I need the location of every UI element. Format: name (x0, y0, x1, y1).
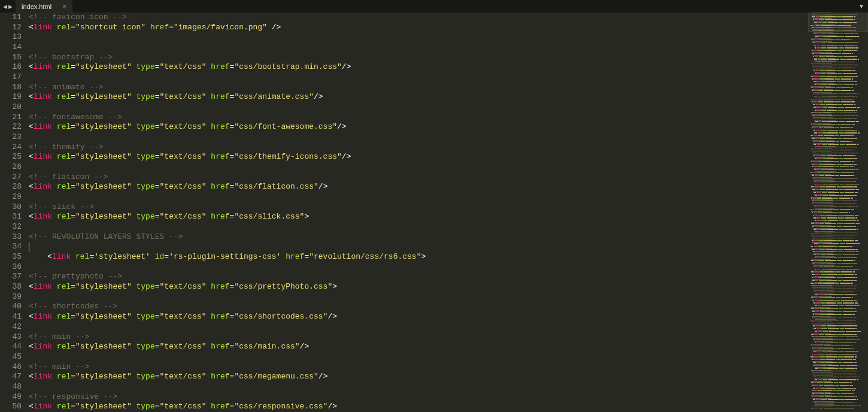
token-pun: > (332, 282, 337, 291)
token-str: "text/css" (160, 372, 207, 381)
code-line[interactable] (29, 292, 808, 302)
token-attr: rel (57, 402, 71, 411)
minimap-line (810, 305, 868, 306)
code-line[interactable]: <link rel="stylesheet" type="text/css" h… (29, 152, 808, 162)
code-line[interactable]: <!-- prettyphoto --> (29, 272, 808, 282)
token-pun: = (164, 252, 169, 261)
token-str: "css/shortcodes.css" (234, 312, 327, 321)
line-number: 18 (0, 83, 22, 93)
token-pun: /> (267, 23, 281, 32)
minimap[interactable] (808, 13, 868, 412)
code-line[interactable]: <link rel="stylesheet" type="text/css" h… (29, 312, 808, 322)
token-str: "revolution/css/rs6.css" (309, 252, 421, 261)
token-attr: type (136, 182, 155, 191)
code-line[interactable]: <link rel="stylesheet" type="text/css" h… (29, 182, 808, 192)
code-line[interactable]: <!-- slick --> (29, 202, 808, 213)
line-number: 22 (0, 122, 22, 132)
token-pun: /> (300, 342, 309, 351)
token-str: 'stylesheet' (94, 252, 150, 261)
code-line[interactable]: <!-- bootstrap --> (29, 53, 808, 63)
code-line[interactable] (29, 262, 808, 272)
code-line[interactable]: <!-- fontawesome --> (29, 113, 808, 123)
token-attr: type (136, 92, 155, 101)
code-line[interactable]: <!-- shortcodes --> (29, 302, 808, 312)
token-pun: < (29, 23, 34, 32)
token-pun: = (155, 342, 160, 351)
token-str: "stylesheet" (75, 282, 132, 291)
code-line[interactable]: <link rel="stylesheet" type="text/css" h… (29, 402, 808, 412)
code-line[interactable]: <!-- flaticon --> (29, 172, 808, 183)
token-pun: = (71, 212, 75, 221)
tab-overflow-dropdown-icon[interactable]: ▼ (855, 0, 868, 13)
nav-back-icon[interactable]: ◀ (3, 4, 7, 10)
code-line[interactable]: <link rel="stylesheet" type="text/css" h… (29, 212, 808, 222)
token-str: "text/css" (160, 342, 207, 351)
token-str: "text/css" (160, 152, 207, 161)
code-line[interactable]: <link rel="stylesheet" type="text/css" h… (29, 62, 808, 72)
token-attr: type (136, 312, 155, 321)
tab-index-html[interactable]: index.html × (16, 0, 73, 13)
line-number: 33 (0, 232, 22, 243)
token-pun: > (304, 212, 309, 221)
code-line[interactable] (29, 352, 808, 362)
code-line[interactable]: <link rel="stylesheet" type="text/css" h… (29, 92, 808, 102)
code-line[interactable] (29, 162, 808, 172)
code-line[interactable]: <link rel="stylesheet" type="text/css" h… (29, 372, 808, 382)
code-line[interactable]: <link rel='stylesheet' id='rs-plugin-set… (29, 252, 808, 262)
token-pun: = (155, 312, 160, 321)
code-line[interactable]: <!-- responsive --> (29, 392, 808, 402)
code-line[interactable]: <!-- favicon icon --> (29, 13, 808, 23)
code-line[interactable]: <link rel="stylesheet" type="text/css" h… (29, 282, 808, 292)
code-line[interactable] (29, 322, 808, 332)
code-line[interactable]: <link rel="stylesheet" type="text/css" h… (29, 342, 808, 352)
token-attr: href (211, 212, 229, 221)
code-line[interactable] (29, 222, 808, 232)
token-str: "images/favicon.png" (174, 23, 267, 32)
code-line[interactable]: <!-- animate --> (29, 83, 808, 93)
token-cmt: <!-- responsive --> (29, 392, 117, 401)
code-line[interactable] (29, 242, 808, 252)
line-number: 41 (0, 312, 22, 322)
token-pun (52, 402, 57, 411)
token-str: "text/css" (160, 212, 207, 221)
code-line[interactable] (29, 382, 808, 392)
editor: 1112131415161718192021222324252627282930… (0, 13, 868, 412)
token-pun (52, 312, 57, 321)
token-pun (132, 212, 136, 221)
token-str: "stylesheet" (75, 182, 132, 191)
token-pun: = (155, 152, 160, 161)
token-attr: rel (57, 122, 71, 131)
code-line[interactable]: <link rel="stylesheet" type="text/css" h… (29, 122, 808, 132)
token-str: "css/themify-icons.css" (234, 152, 341, 161)
token-pun (52, 342, 57, 351)
token-attr: href (211, 372, 229, 381)
token-attr: rel (57, 372, 71, 381)
token-attr: type (136, 122, 155, 131)
token-pun (52, 182, 57, 191)
token-attr: rel (57, 312, 71, 321)
line-number: 45 (0, 352, 22, 362)
code-line[interactable] (29, 72, 808, 83)
code-line[interactable] (29, 32, 808, 43)
code-line[interactable] (29, 102, 808, 113)
token-attr: href (211, 182, 229, 191)
token-pun: /> (318, 182, 328, 191)
code-line[interactable]: <!-- main --> (29, 332, 808, 343)
code-area[interactable]: <!-- favicon icon --><link rel="shortcut… (29, 13, 808, 412)
token-tag: link (34, 23, 52, 32)
close-icon[interactable]: × (62, 3, 66, 10)
code-line[interactable]: <!-- themify --> (29, 143, 808, 153)
code-line[interactable] (29, 132, 808, 143)
code-line[interactable]: <!-- REVOLUTION LAYERS STYLES --> (29, 232, 808, 243)
code-line[interactable]: <!-- main --> (29, 362, 808, 372)
code-line[interactable] (29, 192, 808, 202)
token-attr: href (211, 282, 229, 291)
code-line[interactable]: <link rel="shortcut icon" href="images/f… (29, 23, 808, 33)
line-number-gutter: 1112131415161718192021222324252627282930… (0, 13, 29, 412)
nav-forward-icon[interactable]: ▶ (8, 4, 13, 10)
minimap-viewport[interactable] (808, 13, 868, 32)
minimap-line (810, 243, 868, 244)
code-line[interactable] (29, 43, 808, 53)
token-cmt: <!-- prettyphoto --> (29, 272, 122, 281)
token-pun: /> (327, 402, 337, 411)
